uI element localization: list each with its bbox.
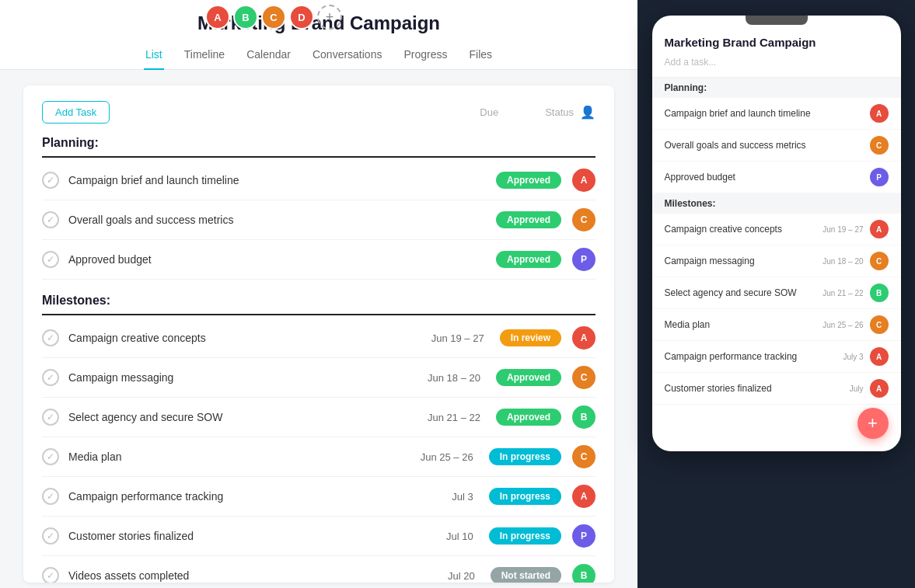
task-row: ✓ Videos assets completed Jul 20 Not sta… [42, 556, 595, 583]
phone-avatar: C [870, 252, 889, 270]
task-avatar: A [572, 485, 595, 508]
task-avatar: P [572, 524, 595, 548]
task-row: ✓ Campaign performance tracking Jul 3 In… [42, 477, 595, 517]
avatar-1[interactable]: A [205, 5, 230, 30]
task-avatar: C [572, 445, 595, 468]
tab-calendar[interactable]: Calendar [245, 42, 292, 70]
due-label: Due [480, 106, 498, 118]
phone-title: Marketing Brand Campaign [665, 36, 889, 49]
phone-fab-button[interactable]: + [857, 408, 889, 439]
main-area: Marketing Brand Campaign A B C D + List … [0, 0, 637, 588]
avatar-3[interactable]: C [261, 5, 286, 30]
header: Marketing Brand Campaign A B C D + List … [0, 0, 637, 70]
task-checkbox[interactable]: ✓ [42, 211, 59, 228]
phone-task-row: Approved budget P [652, 162, 901, 193]
task-date: Jun 19 – 27 [431, 332, 484, 344]
tab-progress[interactable]: Progress [402, 42, 449, 70]
status-badge: In progress [489, 488, 561, 505]
avatar-2[interactable]: B [233, 5, 258, 30]
user-icon: 👤 [580, 105, 595, 120]
phone-task-row: Campaign performance tracking July 3 A [652, 341, 901, 373]
task-date: Jun 21 – 22 [428, 412, 480, 423]
phone-task-date: July 3 [843, 353, 863, 361]
phone-milestones-header: Milestones: [652, 193, 901, 214]
task-checkbox[interactable]: ✓ [42, 251, 59, 268]
task-avatar: B [572, 405, 595, 429]
phone-task-date: July [850, 384, 864, 393]
phone-avatar: C [870, 315, 889, 334]
status-badge: In progress [489, 527, 561, 545]
task-avatar: P [572, 248, 595, 271]
task-checkbox[interactable]: ✓ [42, 369, 59, 386]
phone-task-row: Campaign creative concepts Jun 19 – 27 A [652, 214, 901, 245]
status-badge: Approved [496, 251, 561, 268]
phone-avatar: A [870, 220, 889, 238]
task-name: Videos assets completed [68, 569, 448, 582]
task-avatar: B [572, 564, 595, 583]
phone-task-row: Select agency and secure SOW Jun 21 – 22… [652, 277, 901, 309]
task-row: ✓ Campaign brief and launch timeline App… [42, 161, 595, 200]
tab-list[interactable]: List [144, 42, 164, 70]
status-badge: Approved [496, 172, 561, 189]
add-avatar-button[interactable]: + [317, 5, 342, 30]
phone-task-name: Approved budget [665, 172, 870, 183]
task-avatar: A [572, 169, 595, 192]
phone-task-date: Jun 25 – 26 [822, 321, 863, 329]
phone-task-name: Select agency and secure SOW [665, 287, 823, 298]
phone-task-date: Jun 21 – 22 [822, 289, 863, 297]
task-name: Campaign performance tracking [68, 490, 452, 503]
add-task-button[interactable]: Add Task [42, 101, 110, 124]
phone-task-name: Campaign brief and launch timeline [665, 108, 870, 119]
planning-section-header: Planning: [42, 136, 595, 158]
status-badge: Approved [496, 211, 561, 228]
milestones-section-header: Milestones: [42, 294, 595, 315]
phone-planning-header: Planning: [652, 78, 901, 98]
task-date: Jun 25 – 26 [421, 451, 473, 463]
task-checkbox[interactable]: ✓ [42, 448, 59, 465]
phone-avatar: A [870, 104, 889, 123]
task-avatar: C [572, 208, 595, 231]
task-checkbox[interactable]: ✓ [42, 329, 59, 346]
phone-task-date: Jun 18 – 20 [822, 257, 863, 266]
task-checkbox[interactable]: ✓ [42, 567, 59, 583]
avatar-4[interactable]: D [289, 5, 314, 30]
task-name: Approved budget [68, 253, 496, 266]
phone-header: Marketing Brand Campaign Add a task... [652, 25, 901, 78]
task-row: ✓ Media plan Jun 25 – 26 In progress C [42, 437, 595, 477]
task-row: ✓ Approved budget Approved P [42, 240, 595, 280]
mobile-panel: Marketing Brand Campaign Add a task... P… [637, 0, 915, 588]
task-date: Jul 10 [446, 531, 473, 542]
tab-conversations[interactable]: Conversations [311, 42, 384, 70]
task-checkbox[interactable]: ✓ [42, 172, 59, 189]
task-checkbox[interactable]: ✓ [42, 409, 59, 426]
header-avatars: A B C D + [205, 5, 342, 30]
phone-avatar: C [870, 136, 889, 155]
task-name: Campaign brief and launch timeline [68, 174, 496, 186]
task-name: Campaign creative concepts [68, 332, 431, 344]
status-badge: Approved [496, 369, 561, 386]
task-checkbox[interactable]: ✓ [42, 488, 59, 505]
task-list-container: Add Task Due Status 👤 Planning: ✓ Campai… [23, 85, 614, 583]
phone-task-name: Customer stories finalized [665, 383, 850, 394]
task-row: ✓ Select agency and secure SOW Jun 21 – … [42, 398, 595, 437]
phone-avatar: B [870, 284, 889, 302]
status-badge: Approved [496, 409, 561, 426]
task-date: Jul 3 [452, 491, 473, 503]
phone-task-name: Campaign creative concepts [665, 224, 823, 235]
tab-files[interactable]: Files [467, 42, 494, 70]
status-label: Status [545, 106, 574, 118]
task-checkbox[interactable]: ✓ [42, 527, 59, 545]
phone-notch [746, 16, 808, 25]
task-date: Jun 18 – 20 [428, 372, 480, 384]
phone-add-task[interactable]: Add a task... [665, 54, 889, 71]
task-row: ✓ Campaign messaging Jun 18 – 20 Approve… [42, 358, 595, 398]
phone-task-name: Overall goals and success metrics [665, 140, 870, 151]
task-name: Customer stories finalized [68, 530, 446, 542]
phone-task-name: Campaign messaging [665, 256, 823, 266]
task-name: Overall goals and success metrics [68, 214, 496, 226]
task-name: Media plan [68, 451, 421, 463]
phone-task-name: Media plan [665, 319, 823, 330]
tab-timeline[interactable]: Timeline [183, 42, 226, 70]
phone-task-date: Jun 19 – 27 [822, 225, 863, 234]
task-row: ✓ Customer stories finalized Jul 10 In p… [42, 517, 595, 556]
